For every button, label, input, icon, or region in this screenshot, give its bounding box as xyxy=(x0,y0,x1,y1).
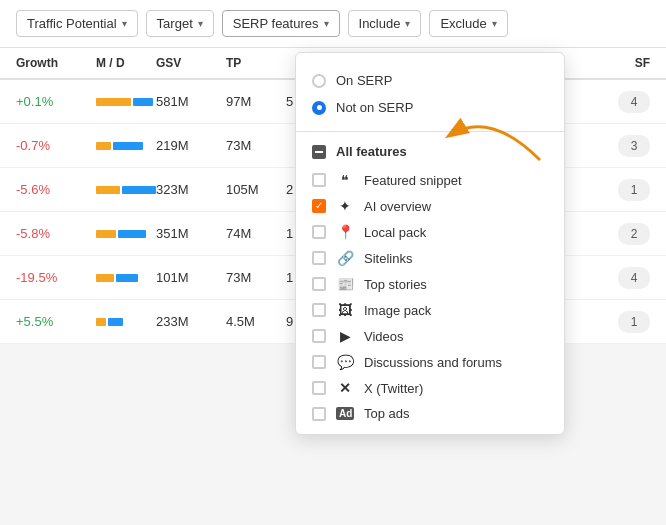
checkbox-top-stories[interactable] xyxy=(312,277,326,291)
cell-tp: 73M xyxy=(226,270,286,285)
exclude-filter[interactable]: Exclude ▾ xyxy=(429,10,507,37)
feature-top-stories[interactable]: 📰 Top stories xyxy=(296,271,564,297)
bar-container xyxy=(96,142,156,150)
image-pack-icon: 🖼 xyxy=(336,302,354,318)
cell-md xyxy=(96,186,156,194)
checkbox-videos[interactable] xyxy=(312,329,326,343)
cell-tp: 105M xyxy=(226,182,286,197)
cell-sf: 4 xyxy=(618,267,650,289)
checkbox-sitelinks[interactable] xyxy=(312,251,326,265)
feature-ai-overview[interactable]: ✦ AI overview xyxy=(296,193,564,219)
bar-blue xyxy=(133,98,153,106)
cell-md xyxy=(96,98,156,106)
col-header-tp: TP xyxy=(226,56,286,70)
bar-yellow xyxy=(96,274,114,282)
on-serp-radio[interactable] xyxy=(312,74,326,88)
chevron-down-icon: ▾ xyxy=(324,18,329,29)
cell-md xyxy=(96,230,156,238)
bar-yellow xyxy=(96,142,111,150)
minus-icon xyxy=(312,145,326,159)
cell-growth: -5.8% xyxy=(16,226,96,241)
feature-label-ai-overview: AI overview xyxy=(364,199,431,214)
feature-featured-snippet[interactable]: ❝ Featured snippet xyxy=(296,167,564,193)
bar-blue xyxy=(108,318,123,326)
traffic-potential-label: Traffic Potential xyxy=(27,16,117,31)
cell-md xyxy=(96,142,156,150)
feature-label-videos: Videos xyxy=(364,329,404,344)
cell-gsv: 351M xyxy=(156,226,226,241)
feature-label-local-pack: Local pack xyxy=(364,225,426,240)
cell-sf: 4 xyxy=(618,91,650,113)
cell-tp: 73M xyxy=(226,138,286,153)
cell-growth: -0.7% xyxy=(16,138,96,153)
feature-image-pack[interactable]: 🖼 Image pack xyxy=(296,297,564,323)
feature-local-pack[interactable]: 📍 Local pack xyxy=(296,219,564,245)
cell-tp: 4.5M xyxy=(226,314,286,329)
divider xyxy=(296,131,564,132)
chevron-down-icon: ▾ xyxy=(198,18,203,29)
cell-gsv: 233M xyxy=(156,314,226,329)
cell-growth: -5.6% xyxy=(16,182,96,197)
checkbox-discussions[interactable] xyxy=(312,355,326,369)
feature-discussions[interactable]: 💬 Discussions and forums xyxy=(296,349,564,375)
sitelinks-icon: 🔗 xyxy=(336,250,354,266)
feature-videos[interactable]: ▶ Videos xyxy=(296,323,564,349)
checkbox-image-pack[interactable] xyxy=(312,303,326,317)
not-on-serp-option[interactable]: Not on SERP xyxy=(296,94,564,121)
cell-growth: +0.1% xyxy=(16,94,96,109)
cell-md xyxy=(96,274,156,282)
radio-section: On SERP Not on SERP xyxy=(296,61,564,127)
all-features-row[interactable]: All features xyxy=(296,136,564,167)
feature-label-x-twitter: X (Twitter) xyxy=(364,381,423,396)
feature-label-image-pack: Image pack xyxy=(364,303,431,318)
feature-x-twitter[interactable]: ✕ X (Twitter) xyxy=(296,375,564,401)
not-on-serp-radio[interactable] xyxy=(312,101,326,115)
cell-gsv: 101M xyxy=(156,270,226,285)
checkbox-top-ads[interactable] xyxy=(312,407,326,421)
checkbox-x-twitter[interactable] xyxy=(312,381,326,395)
cell-gsv: 323M xyxy=(156,182,226,197)
bar-yellow xyxy=(96,318,106,326)
traffic-potential-filter[interactable]: Traffic Potential ▾ xyxy=(16,10,138,37)
bar-container xyxy=(96,230,156,238)
serp-features-label: SERP features xyxy=(233,16,319,31)
checkbox-ai-overview[interactable] xyxy=(312,199,326,213)
bar-container xyxy=(96,318,156,326)
ai-overview-icon: ✦ xyxy=(336,198,354,214)
cell-gsv: 581M xyxy=(156,94,226,109)
cell-tp: 74M xyxy=(226,226,286,241)
discussions-icon: 💬 xyxy=(336,354,354,370)
cell-growth: -19.5% xyxy=(16,270,96,285)
videos-icon: ▶ xyxy=(336,328,354,344)
not-on-serp-label: Not on SERP xyxy=(336,100,413,115)
bar-blue xyxy=(113,142,143,150)
target-label: Target xyxy=(157,16,193,31)
col-header-sf: SF xyxy=(610,56,650,70)
serp-features-filter[interactable]: SERP features ▾ xyxy=(222,10,340,37)
on-serp-option[interactable]: On SERP xyxy=(296,67,564,94)
checkbox-local-pack[interactable] xyxy=(312,225,326,239)
feature-label-featured-snippet: Featured snippet xyxy=(364,173,462,188)
feature-sitelinks[interactable]: 🔗 Sitelinks xyxy=(296,245,564,271)
bar-blue xyxy=(122,186,156,194)
cell-sf: 3 xyxy=(618,135,650,157)
on-serp-label: On SERP xyxy=(336,73,392,88)
bar-container xyxy=(96,274,156,282)
bar-container xyxy=(96,186,156,194)
exclude-label: Exclude xyxy=(440,16,486,31)
bar-yellow xyxy=(96,186,120,194)
feature-top-ads[interactable]: Ad Top ads xyxy=(296,401,564,426)
include-filter[interactable]: Include ▾ xyxy=(348,10,422,37)
ad-icon: Ad xyxy=(336,407,354,420)
bar-blue xyxy=(118,230,146,238)
cell-tp: 97M xyxy=(226,94,286,109)
x-twitter-icon: ✕ xyxy=(336,380,354,396)
checkbox-featured-snippet[interactable] xyxy=(312,173,326,187)
feature-label-top-stories: Top stories xyxy=(364,277,427,292)
feature-label-sitelinks: Sitelinks xyxy=(364,251,412,266)
cell-sf: 1 xyxy=(618,179,650,201)
features-list: ❝ Featured snippet ✦ AI overview 📍 Local… xyxy=(296,167,564,426)
bar-container xyxy=(96,98,156,106)
chevron-down-icon: ▾ xyxy=(405,18,410,29)
target-filter[interactable]: Target ▾ xyxy=(146,10,214,37)
